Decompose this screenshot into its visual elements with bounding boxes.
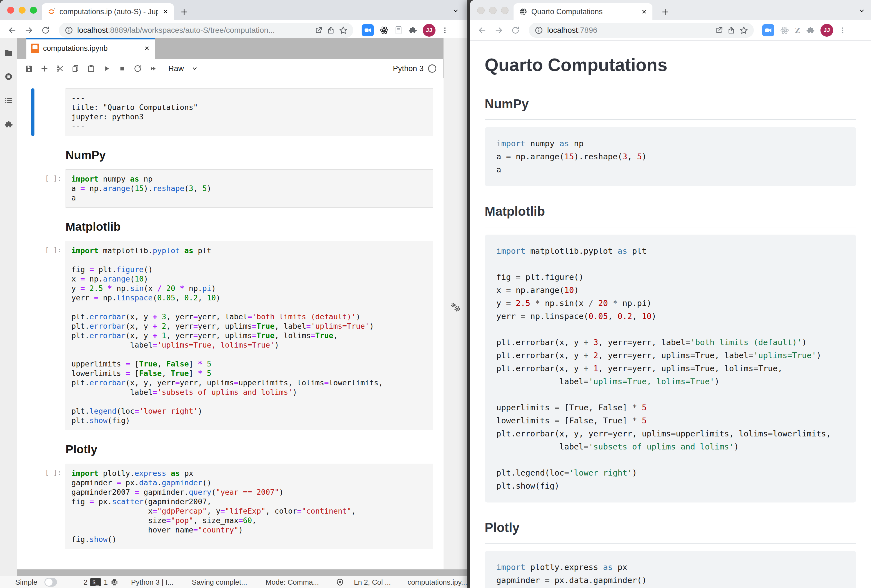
quarto-page: Quarto Computations NumPyimport numpy as… <box>470 40 871 588</box>
bookmark-star-icon[interactable] <box>739 26 748 35</box>
section-rule <box>485 543 856 543</box>
cut-cell-button[interactable] <box>52 61 68 76</box>
address-bar[interactable]: localhost:8889/lab/workspaces/auto-S/tre… <box>59 23 353 38</box>
markdown-heading-numpy: NumPy <box>66 148 433 162</box>
close-notebook-tab-icon[interactable] <box>144 45 150 52</box>
file-browser-icon[interactable] <box>4 48 13 57</box>
property-inspector-gears-icon[interactable] <box>450 45 461 569</box>
profile-avatar[interactable]: JJ <box>423 24 436 37</box>
close-tab-icon[interactable] <box>641 8 647 15</box>
extensions-puzzle-icon[interactable] <box>806 26 815 35</box>
site-info-icon[interactable] <box>64 26 73 35</box>
zoom-window-button[interactable] <box>501 7 509 14</box>
markdown-heading-matplotlib: Matplotlib <box>66 220 433 234</box>
jupyterlab-dock: computations.ipynb Raw Pyth <box>17 38 467 576</box>
share-icon[interactable] <box>727 26 735 34</box>
browser-menu-icon[interactable] <box>839 26 847 34</box>
copy-cell-button[interactable] <box>68 61 83 76</box>
react-devtools-extension-icon[interactable] <box>780 25 789 35</box>
code-cell: [ ]:import matplotlib.pyplot as plt fig … <box>17 241 443 430</box>
cell-type-dropdown[interactable]: Raw <box>168 64 198 73</box>
table-of-contents-icon[interactable] <box>4 96 13 105</box>
react-devtools-extension-icon[interactable] <box>379 25 389 35</box>
kernel-indicator[interactable]: Python 3 <box>393 64 440 73</box>
url-text[interactable]: localhost:7896 <box>547 26 711 35</box>
close-tab-icon[interactable] <box>162 8 169 15</box>
extensions-puzzle-icon[interactable] <box>408 26 417 35</box>
notebook-content: ---title: "Quarto Computations"jupyter: … <box>17 78 443 569</box>
close-window-button[interactable] <box>477 7 485 14</box>
kernel-count[interactable]: 1 <box>103 578 108 587</box>
cell-collapser[interactable] <box>31 88 34 136</box>
back-button[interactable] <box>5 23 19 37</box>
restart-kernel-button[interactable] <box>130 61 145 76</box>
section-rule <box>485 119 856 120</box>
minimize-window-button[interactable] <box>19 7 25 13</box>
browser-menu-icon[interactable] <box>441 26 449 34</box>
kernel-status-icon <box>428 64 436 73</box>
cursor-position[interactable]: Ln 2, Col ... <box>354 578 391 587</box>
zoom-extension-icon[interactable] <box>362 24 374 36</box>
jupyter-favicon <box>47 7 55 16</box>
open-in-new-icon[interactable] <box>715 26 723 34</box>
saving-status: Saving complet... <box>192 578 247 587</box>
restart-run-all-button[interactable] <box>145 61 161 76</box>
bookmark-star-icon[interactable] <box>339 26 348 35</box>
reload-button[interactable] <box>38 23 53 37</box>
kernel-name: Python 3 <box>393 64 424 73</box>
z-extension-icon[interactable]: Z <box>795 25 801 35</box>
cell-collapser[interactable] <box>31 241 34 430</box>
browser-tab-jupyterlab[interactable]: computations.ip (auto-S) - Jup <box>42 3 174 20</box>
close-window-button[interactable] <box>7 7 14 13</box>
tab-search-chevron-icon[interactable] <box>858 7 865 15</box>
zoom-window-button[interactable] <box>30 7 37 13</box>
document-extension-icon[interactable] <box>394 26 403 35</box>
back-button[interactable] <box>475 23 489 37</box>
save-button[interactable] <box>21 61 37 76</box>
tab-search-chevron-icon[interactable] <box>452 7 459 15</box>
browser-window-jupyterlab: computations.ip (auto-S) - Jup localhost… <box>0 0 467 588</box>
terminal-count[interactable]: 2 <box>84 578 87 587</box>
reload-button[interactable] <box>508 23 523 37</box>
new-tab-button[interactable] <box>180 8 188 16</box>
extension-manager-icon[interactable] <box>4 120 13 129</box>
kernel-status-text[interactable]: Python 3 | I... <box>131 578 174 587</box>
forward-button[interactable] <box>492 23 506 37</box>
browser-tabstrip: computations.ip (auto-S) - Jup <box>0 0 467 20</box>
profile-avatar[interactable]: JJ <box>820 24 833 37</box>
new-tab-button[interactable] <box>661 8 669 16</box>
cell-prompt <box>34 88 66 136</box>
add-cell-button[interactable] <box>37 61 52 76</box>
code-block-numpy: import numpy as npa = np.arange(15).resh… <box>485 127 856 186</box>
chevron-down-icon <box>191 65 198 72</box>
cell-collapser[interactable] <box>31 464 34 549</box>
browser-tab-quarto[interactable]: Quarto Computations <box>513 3 653 20</box>
jupyterlab-statusbar: Simple 2 $_ 1 Python 3 | I... Saving com… <box>0 576 467 588</box>
url-text[interactable]: localhost:8889/lab/workspaces/auto-S/tre… <box>77 26 311 35</box>
share-icon[interactable] <box>327 26 335 34</box>
window-controls[interactable] <box>477 7 509 14</box>
open-in-new-icon[interactable] <box>314 26 323 34</box>
running-kernels-icon[interactable] <box>4 72 13 81</box>
stop-kernel-button[interactable] <box>114 61 130 76</box>
cell-editor[interactable]: import matplotlib.pyplot as plt fig = pl… <box>66 241 433 430</box>
cell-editor[interactable]: import plotly.express as pxgapminder = p… <box>66 464 433 549</box>
cell-editor[interactable]: ---title: "Quarto Computations"jupyter: … <box>66 88 433 136</box>
run-cell-button[interactable] <box>99 61 114 76</box>
browser-tab-title: Quarto Computations <box>531 7 637 16</box>
paste-cell-button[interactable] <box>83 61 99 76</box>
notebook-file-icon <box>31 43 39 53</box>
cell-editor[interactable]: import numpy as npa = np.arange(15).resh… <box>66 169 433 207</box>
notebook-tab[interactable]: computations.ipynb <box>26 38 155 59</box>
forward-button[interactable] <box>22 23 36 37</box>
trust-shield-icon[interactable] <box>336 578 344 586</box>
site-info-icon[interactable] <box>534 26 543 35</box>
address-bar[interactable]: localhost:7896 <box>529 23 754 38</box>
window-controls[interactable] <box>7 7 37 13</box>
cell-collapser[interactable] <box>31 169 34 207</box>
zoom-extension-icon[interactable] <box>762 24 774 36</box>
minimize-window-button[interactable] <box>489 7 497 14</box>
simple-mode-toggle[interactable] <box>45 578 57 587</box>
kernel-chip-icon <box>111 578 118 586</box>
terminal-icon: $_ <box>90 578 101 587</box>
